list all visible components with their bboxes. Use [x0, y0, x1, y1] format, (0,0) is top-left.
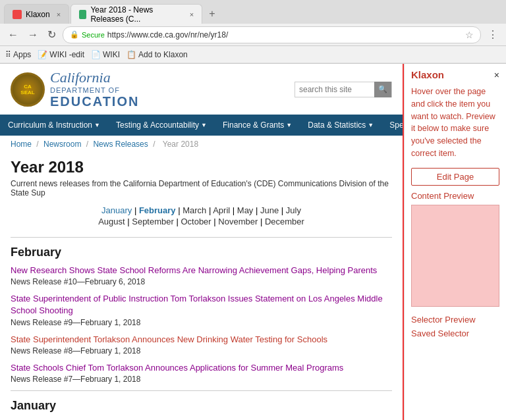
month-january[interactable]: January [101, 205, 132, 215]
cde-search-input[interactable] [295, 84, 374, 95]
klaxon-instructions: Hover over the page and click the item y… [405, 86, 506, 165]
cde-dept-label: DEPARTMENT OF [50, 86, 139, 94]
nav-data-arrow: ▼ [368, 122, 374, 128]
news-link-9[interactable]: State Superintendent of Public Instructi… [11, 293, 392, 317]
month-august: August [98, 217, 125, 226]
nav-curriculum[interactable]: Curriculum & Instruction ▼ [0, 115, 108, 136]
tab-cde-close[interactable]: × [190, 11, 194, 18]
browser-chrome: Klaxon × Year 2018 - News Releases (C...… [0, 0, 506, 64]
cde-search-button[interactable]: 🔍 [374, 82, 391, 97]
klaxon-panel: Klaxon × Hover over the page and click t… [404, 64, 506, 420]
cde-nav: Curriculum & Instruction ▼ Testing & Acc… [0, 115, 403, 136]
tab-bar: Klaxon × Year 2018 - News Releases (C...… [0, 0, 506, 24]
nav-finance-label: Finance & Grants [223, 120, 284, 130]
cde-title-block: California DEPARTMENT OF EDUCATION [50, 69, 139, 109]
month-nav-row2: August | September | October | November … [11, 217, 392, 226]
breadcrumb-sep3: / [153, 140, 157, 149]
news-link-10[interactable]: New Research Shows State School Reforms … [11, 265, 392, 276]
bookmark-star[interactable]: ☆ [465, 30, 474, 40]
bookmark-wiki[interactable]: 📄 WIKI [91, 50, 120, 59]
cde-favicon [79, 10, 86, 19]
news-meta-9: News Release #9—February 1, 2018 [11, 318, 392, 327]
news-meta-10: News Release #10—February 6, 2018 [11, 277, 392, 286]
breadcrumb-newsroom[interactable]: Newsroom [43, 140, 81, 149]
bookmark-add-klaxon-label: Add to Klaxon [138, 50, 188, 59]
nav-testing-arrow: ▼ [201, 122, 207, 128]
content-preview-box [411, 205, 499, 307]
wiki-edit-icon: 📝 [38, 50, 47, 59]
news-item-7: State Schools Chief Tom Torlakson Announ… [11, 362, 392, 384]
secure-icon: 🔒 [70, 30, 79, 39]
section-title-january: January [11, 399, 392, 413]
add-klaxon-icon: 📋 [126, 50, 136, 59]
month-december: December [265, 217, 304, 226]
tab-klaxon-close[interactable]: × [57, 11, 61, 18]
month-june: June [260, 205, 279, 215]
breadcrumb-sep2: / [86, 140, 91, 149]
klaxon-favicon [13, 10, 22, 19]
news-link-8[interactable]: State Superintendent Torlakson Announces… [11, 334, 392, 346]
nav-finance[interactable]: Finance & Grants ▼ [215, 115, 300, 136]
nav-curriculum-arrow: ▼ [94, 122, 100, 128]
tab-klaxon[interactable]: Klaxon × [4, 4, 69, 24]
breadcrumb: Home / Newsroom / News Releases / Year 2… [0, 136, 403, 153]
month-nav-row1: January | February | March | April | May… [11, 205, 392, 215]
bookmark-wiki-label: WIKI [103, 50, 120, 59]
news-meta-8: News Release #8—February 1, 2018 [11, 346, 392, 355]
address-bar-wrap: 🔒 Secure ☆ [63, 26, 481, 43]
cde-edu-label: EDUCATION [50, 94, 139, 109]
reload-button[interactable]: ↻ [45, 27, 59, 42]
wiki-icon: 📄 [91, 50, 101, 59]
breadcrumb-home[interactable]: Home [11, 140, 32, 149]
toolbar: ← → ↻ 🔒 Secure ☆ ⋮ [0, 24, 506, 46]
tab-cde[interactable]: Year 2018 - News Releases (C... × [70, 4, 202, 24]
divider-1 [11, 237, 392, 238]
nav-testing-label: Testing & Accountability [116, 120, 199, 130]
nav-specialized[interactable]: Specialized Programs ▼ [381, 115, 404, 136]
menu-button[interactable]: ⋮ [485, 27, 501, 42]
bookmark-add-klaxon[interactable]: 📋 Add to Klaxon [126, 50, 188, 59]
month-nav: January | February | March | April | May… [11, 205, 392, 226]
secure-label: Secure [82, 31, 105, 39]
back-button[interactable]: ← [5, 28, 21, 42]
main-area: CASEAL California DEPARTMENT OF EDUCATIO… [0, 64, 506, 420]
edit-page-button[interactable]: Edit Page [411, 168, 499, 186]
cde-header: CASEAL California DEPARTMENT OF EDUCATIO… [0, 64, 403, 115]
klaxon-close-button[interactable]: × [494, 70, 499, 80]
news-link-7[interactable]: State Schools Chief Tom Torlakson Announ… [11, 362, 392, 374]
bookmark-wiki-edit[interactable]: 📝 WIKI -edit [38, 50, 84, 59]
month-september: September [132, 217, 174, 226]
saved-selector-label: Saved Selector [405, 326, 506, 340]
bookmark-apps-label: Apps [13, 50, 31, 59]
news-item-8: State Superintendent Torlakson Announces… [11, 334, 392, 355]
news-meta-7: News Release #7—February 1, 2018 [11, 375, 392, 384]
tab-klaxon-label: Klaxon [26, 10, 50, 19]
month-november: November [218, 217, 258, 226]
klaxon-header: Klaxon × [405, 64, 506, 86]
month-march: March [183, 205, 206, 215]
divider-2 [11, 390, 392, 391]
month-october: October [181, 217, 211, 226]
news-item-9: State Superintendent of Public Instructi… [11, 293, 392, 327]
breadcrumb-year: Year 2018 [163, 140, 198, 149]
klaxon-title: Klaxon [411, 69, 444, 80]
nav-testing[interactable]: Testing & Accountability ▼ [108, 115, 215, 136]
news-item-10: New Research Shows State School Reforms … [11, 265, 392, 286]
apps-icon: ⠿ [5, 50, 11, 59]
cde-content: Year 2018 Current news releases from the… [0, 153, 403, 420]
month-february[interactable]: February [139, 205, 176, 215]
new-tab-button[interactable]: + [204, 5, 220, 22]
cde-search: 🔍 [295, 82, 392, 97]
month-april: April [213, 205, 230, 215]
cde-seal: CASEAL [11, 72, 45, 107]
forward-button[interactable]: → [25, 28, 41, 42]
bookmarks-bar: ⠿ Apps 📝 WIKI -edit 📄 WIKI 📋 Add to Klax… [0, 46, 506, 63]
nav-data[interactable]: Data & Statistics ▼ [300, 115, 381, 136]
cde-state-name: California [50, 69, 139, 86]
address-bar[interactable] [107, 30, 463, 39]
page-title: Year 2018 [11, 158, 392, 176]
breadcrumb-sep1: / [36, 140, 41, 149]
bookmark-wiki-edit-label: WIKI -edit [49, 50, 84, 59]
bookmark-apps[interactable]: ⠿ Apps [5, 50, 31, 59]
breadcrumb-news-releases[interactable]: News Releases [93, 140, 148, 149]
